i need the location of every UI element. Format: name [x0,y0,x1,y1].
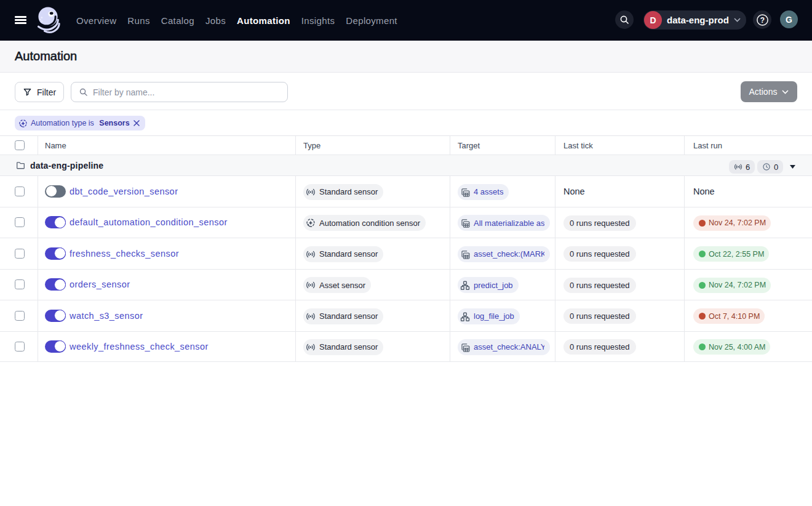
svg-text:?: ? [760,15,764,24]
